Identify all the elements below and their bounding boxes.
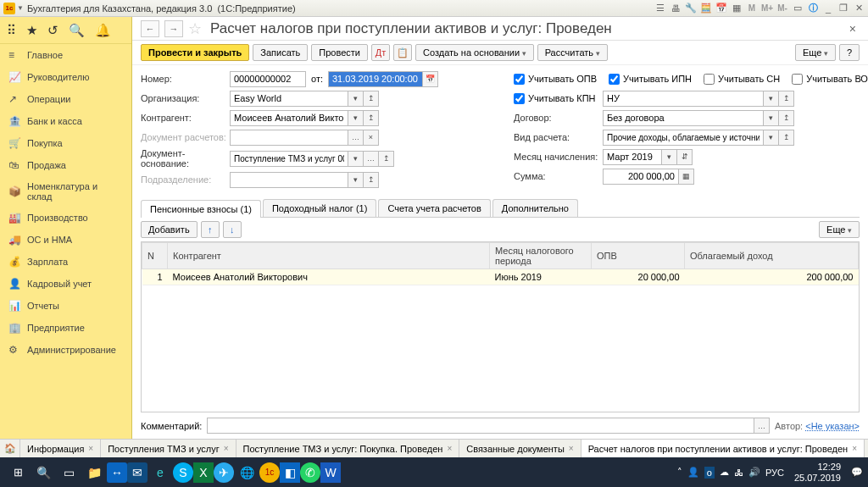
- table-row[interactable]: 1 Моисеев Анатолий Викторович Июнь 2019 …: [142, 269, 859, 285]
- tool-icon[interactable]: 🔧: [685, 3, 697, 14]
- col-income[interactable]: Облагаемый доход: [685, 243, 859, 269]
- tray-sync-icon[interactable]: ☁: [720, 467, 729, 478]
- sidebar-item-admin[interactable]: ⚙Администрирование: [0, 339, 131, 361]
- taskview-tb[interactable]: ▭: [56, 460, 81, 485]
- tray-up-icon[interactable]: ˄: [677, 467, 682, 478]
- sum-input[interactable]: [603, 169, 679, 185]
- sidebar-item-manager[interactable]: 📈Руководителю: [0, 66, 131, 88]
- post-close-button[interactable]: Провести и закрыть: [141, 44, 249, 61]
- more-button[interactable]: Еще: [795, 44, 836, 61]
- comment-input[interactable]: [207, 418, 754, 434]
- btab-receipts[interactable]: Поступления ТМЗ и услуг×: [101, 440, 236, 457]
- close-tab-icon[interactable]: ×: [569, 444, 574, 453]
- 1c-tb[interactable]: 1c: [259, 462, 280, 483]
- tray-volume-icon[interactable]: 🔊: [748, 467, 760, 478]
- btab-related[interactable]: Связанные документы×: [459, 440, 581, 457]
- mes-input[interactable]: [603, 149, 662, 165]
- grid[interactable]: N Контрагент Месяц налогового периода ОП…: [141, 241, 860, 412]
- btab-info[interactable]: Информация×: [20, 440, 101, 457]
- movements-button[interactable]: Дт: [371, 44, 390, 61]
- dropdown-icon[interactable]: ▾: [764, 91, 779, 107]
- close-window-icon[interactable]: ✕: [853, 3, 865, 14]
- sidebar-item-reports[interactable]: 📊Отчеты: [0, 295, 131, 317]
- mminus-icon[interactable]: M-: [776, 3, 788, 14]
- search-icon[interactable]: 🔍: [69, 23, 85, 38]
- search-tb[interactable]: 🔍: [31, 460, 56, 485]
- apps-icon[interactable]: ⠿: [7, 23, 16, 38]
- add-button[interactable]: Добавить: [141, 221, 198, 238]
- write-button[interactable]: Записать: [253, 44, 308, 61]
- open-icon[interactable]: ↥: [379, 151, 394, 167]
- btab-receipt[interactable]: Поступление ТМЗ и услуг: Покупка. Провед…: [236, 440, 460, 457]
- open-icon[interactable]: ↥: [364, 172, 379, 188]
- skype-tb[interactable]: S: [173, 462, 193, 483]
- dog-input[interactable]: [603, 110, 764, 126]
- close-tab-icon[interactable]: ×: [224, 444, 229, 453]
- tray-notifications-icon[interactable]: 💬: [851, 467, 863, 478]
- m-icon[interactable]: M: [746, 3, 758, 14]
- app2-tb[interactable]: ◧: [280, 462, 300, 483]
- sidebar-item-production[interactable]: 🏭Производство: [0, 207, 131, 229]
- calc-icon[interactable]: 🧮: [700, 3, 712, 14]
- sidebar-item-hr[interactable]: 👤Кадровый учет: [0, 273, 131, 295]
- clock[interactable]: 12:2925.07.2019: [789, 462, 846, 482]
- outlook-tb[interactable]: ✉: [127, 462, 147, 483]
- mplus-icon[interactable]: M+: [761, 3, 773, 14]
- tab-accounts[interactable]: Счета учета расчетов: [378, 199, 490, 217]
- calendar-picker-icon[interactable]: 📅: [423, 71, 438, 87]
- ellipsis-icon[interactable]: …: [348, 130, 364, 146]
- dropdown-icon[interactable]: ▾: [348, 91, 364, 107]
- dropdown-icon[interactable]: ▾: [764, 110, 779, 126]
- tab-income-tax[interactable]: Подоходный налог (1): [263, 199, 376, 217]
- chk-vosms[interactable]: Учитывать ВОСМС: [792, 74, 868, 85]
- open-icon[interactable]: ↥: [364, 110, 379, 126]
- date-input[interactable]: [328, 71, 423, 87]
- org-input[interactable]: [230, 91, 348, 107]
- col-period[interactable]: Месяц налогового периода: [490, 243, 592, 269]
- telegram-tb[interactable]: ✈: [214, 462, 234, 483]
- help-button[interactable]: ?: [839, 44, 860, 61]
- bell-icon[interactable]: 🔔: [95, 23, 111, 38]
- docb-input[interactable]: [230, 151, 348, 167]
- sidebar-item-nomenclature[interactable]: 📦Номенклатура и склад: [0, 176, 131, 207]
- kpn-input[interactable]: [603, 91, 764, 107]
- chrome-tb[interactable]: 🌐: [234, 460, 259, 485]
- minimize-icon[interactable]: _: [822, 3, 834, 14]
- chk-kpn[interactable]: Учитывать КПН: [514, 93, 603, 104]
- calculate-button[interactable]: Рассчитать: [537, 44, 608, 61]
- edge-tb[interactable]: e: [147, 460, 173, 485]
- dropdown-icon[interactable]: ▾: [662, 149, 677, 165]
- basis-button[interactable]: 📋: [393, 44, 412, 61]
- forward-button[interactable]: →: [164, 20, 183, 37]
- col-n[interactable]: N: [142, 243, 168, 269]
- ticon-1[interactable]: ☰: [654, 3, 666, 14]
- tab-additional[interactable]: Дополнительно: [492, 199, 578, 217]
- clear-icon[interactable]: ×: [364, 130, 379, 146]
- info-icon[interactable]: ⓘ: [807, 3, 819, 14]
- stepper-icon[interactable]: ⇵: [677, 149, 693, 165]
- col-contr[interactable]: Контрагент: [168, 243, 490, 269]
- contr-input[interactable]: [230, 110, 348, 126]
- open-icon[interactable]: ↥: [364, 91, 379, 107]
- author-link[interactable]: <Не указан>: [805, 421, 860, 431]
- sidebar-item-main[interactable]: ≡Главное: [0, 44, 131, 66]
- move-up-button[interactable]: ↑: [201, 221, 220, 238]
- tray-network-icon[interactable]: 🖧: [734, 468, 743, 478]
- sidebar-item-os-nma[interactable]: 🚚ОС и НМА: [0, 229, 131, 251]
- sidebar-item-sale[interactable]: 🛍Продажа: [0, 154, 131, 176]
- close-tab-icon[interactable]: ×: [88, 444, 93, 453]
- excel-tb[interactable]: X: [193, 462, 214, 483]
- close-tab-icon[interactable]: ×: [852, 444, 857, 453]
- sidebar-item-salary[interactable]: 💰Зарплата: [0, 251, 131, 273]
- btab-tax-calc[interactable]: Расчет налогов при поступлении активов и…: [581, 440, 865, 457]
- back-button[interactable]: ←: [141, 20, 159, 37]
- col-opv[interactable]: ОПВ: [592, 243, 685, 269]
- tray-outlook-icon[interactable]: o: [704, 467, 715, 479]
- close-tab-icon[interactable]: ×: [447, 444, 452, 453]
- word-tb[interactable]: W: [320, 462, 341, 483]
- favorite-icon[interactable]: ☆: [188, 19, 202, 38]
- vid-input[interactable]: [603, 130, 764, 146]
- window-icon[interactable]: ▭: [792, 3, 804, 14]
- tab-pension[interactable]: Пенсионные взносы (1): [141, 200, 261, 218]
- tray-people-icon[interactable]: 👤: [687, 467, 699, 478]
